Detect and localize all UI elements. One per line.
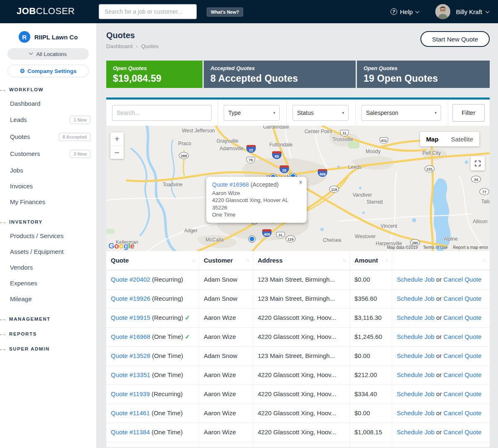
actions-cell: Schedule Job or Cancel Quote <box>392 270 490 289</box>
quote-link[interactable]: Quote #19915 <box>111 314 150 321</box>
cancel-quote-link[interactable]: Cancel Quote <box>444 314 482 321</box>
actions-cell: Schedule Job or Cancel Quote <box>392 385 490 404</box>
zoom-in-button[interactable]: + <box>110 132 124 146</box>
breadcrumb-dashboard[interactable]: Dashboard <box>106 43 133 49</box>
actions-conjunction: or <box>435 409 444 416</box>
schedule-job-link[interactable]: Schedule Job <box>397 352 435 359</box>
sort-icon[interactable]: ↑↓ <box>192 258 195 263</box>
cancel-quote-link[interactable]: Cancel Quote <box>444 352 482 359</box>
google-logo-letter: g <box>124 241 128 250</box>
whats-new-button[interactable]: What's New? <box>207 7 243 17</box>
filter-status-cell: Status ▾ <box>287 100 356 126</box>
sidebar-item-expenses[interactable]: Expenses <box>0 275 96 291</box>
cancel-quote-link[interactable]: Cancel Quote <box>444 409 482 416</box>
zoom-out-button[interactable]: − <box>110 146 124 159</box>
quote-type: (One Time) <box>152 352 183 359</box>
schedule-job-link[interactable]: Schedule Job <box>397 429 435 436</box>
global-search-input[interactable] <box>99 4 197 19</box>
sidebar-item-vendors[interactable]: Vendors <box>0 259 96 275</box>
map-label-toadvine: Toadvine <box>163 182 183 187</box>
terms-of-use-link[interactable]: Terms of Use <box>423 245 448 250</box>
fullscreen-button[interactable] <box>471 156 485 170</box>
sidebar-item-label: Quotes <box>10 133 30 140</box>
actions-conjunction: or <box>435 295 444 302</box>
sidebar-item-assets-equipment[interactable]: Assets / Equipment <box>0 243 96 259</box>
chevron-down-icon <box>486 9 490 13</box>
map-type-satellite-button[interactable]: Satellite <box>445 132 479 146</box>
user-menu[interactable]: Billy Kraft <box>456 8 489 15</box>
cancel-quote-link[interactable]: Cancel Quote <box>444 276 482 283</box>
schedule-job-link[interactable]: Schedule Job <box>397 390 435 397</box>
close-icon[interactable]: × <box>299 179 303 186</box>
quote-link[interactable]: Quote #11461 <box>111 409 150 416</box>
sidebar-item-quotes[interactable]: Quotes8 Accepted <box>0 128 96 145</box>
sidebar-item-products-services[interactable]: Products / Services <box>0 228 96 243</box>
map-type-map-button[interactable]: Map <box>420 132 445 146</box>
map[interactable]: West JeffersonGardendaleCenter PointTrus… <box>106 126 490 251</box>
schedule-job-link[interactable]: Schedule Job <box>397 409 435 416</box>
sidebar-item-customers[interactable]: Customers3 New <box>0 145 96 162</box>
map-label-west-jefferson: West Jefferson <box>182 128 215 134</box>
map-zoom-control: + − <box>110 132 124 159</box>
stat-card-1[interactable]: Open Quotes$19,084.59 <box>106 61 203 88</box>
sort-icon[interactable]: ↑↓ <box>385 258 388 263</box>
app-logo-bold: JOB <box>17 6 36 16</box>
stat-card-3[interactable]: Open Quotes19 Open Quotes <box>357 61 490 88</box>
map-marker-5[interactable] <box>249 236 255 242</box>
schedule-job-link[interactable]: Schedule Job <box>397 295 435 302</box>
filter-search-input[interactable] <box>112 105 212 121</box>
company-settings-button[interactable]: ⚙ Company Settings <box>7 65 89 77</box>
sidebar-item-mileage[interactable]: Mileage <box>0 291 96 307</box>
info-window-title-row: Quote #16968 (Accepted) <box>212 181 301 189</box>
schedule-job-link[interactable]: Schedule Job <box>397 314 435 321</box>
schedule-job-link[interactable]: Schedule Job <box>397 371 435 378</box>
help-menu[interactable]: ? Help <box>391 8 419 15</box>
stat-card-2[interactable]: Accepted Quotes8 Accepted Quotes <box>204 61 356 88</box>
quote-link[interactable]: Quote #20402 <box>111 276 150 283</box>
amount-cell: $0.00 <box>350 270 392 289</box>
cancel-quote-link[interactable]: Cancel Quote <box>444 429 482 436</box>
google-logo[interactable]: Google <box>108 241 134 251</box>
location-selector[interactable]: All Locations <box>7 48 89 60</box>
status-select[interactable]: Status ▾ <box>293 105 349 121</box>
sidebar-section-management[interactable]: MANAGEMENT <box>0 317 96 321</box>
sidebar-item-jobs[interactable]: Jobs <box>0 162 96 178</box>
company-header[interactable]: R RIIPL Lawn Co <box>0 23 96 48</box>
quote-link[interactable]: Quote #16968 <box>111 333 150 340</box>
cancel-quote-link[interactable]: Cancel Quote <box>444 390 482 397</box>
sidebar-section-super-admin[interactable]: SUPER ADMIN <box>0 346 96 351</box>
quote-link[interactable]: Quote #13528 <box>111 352 150 359</box>
schedule-job-link[interactable]: Schedule Job <box>397 276 435 283</box>
info-window-quote-link[interactable]: Quote #16968 <box>212 181 249 188</box>
quote-link[interactable]: Quote #11939 <box>111 390 150 397</box>
salesperson-select[interactable]: Salesperson ▾ <box>361 105 441 121</box>
schedule-job-link[interactable]: Schedule Job <box>397 333 435 340</box>
cancel-quote-link[interactable]: Cancel Quote <box>444 371 482 378</box>
sidebar-section-inventory[interactable]: INVENTORY <box>0 219 96 224</box>
sort-icon[interactable]: ↑↓ <box>483 258 486 263</box>
start-new-quote-button[interactable]: Start New Quote <box>420 31 490 47</box>
quote-link[interactable]: Quote #11384 <box>111 429 150 436</box>
sidebar-section-reports[interactable]: REPORTS <box>0 331 96 336</box>
sidebar-item-leads[interactable]: Leads1 New <box>0 111 96 128</box>
sort-icon[interactable]: ↑↓ <box>342 258 346 263</box>
sidebar-item-dashboard[interactable]: Dashboard <box>0 95 96 111</box>
cancel-quote-link[interactable]: Cancel Quote <box>444 333 482 340</box>
quote-link[interactable]: Quote #19926 <box>111 295 150 302</box>
app-logo[interactable]: JOBCLOSER <box>17 6 75 17</box>
cancel-quote-link[interactable]: Cancel Quote <box>444 295 482 302</box>
empty-cell <box>106 442 199 447</box>
quote-cell: Quote #19915 (Recurring)✓ <box>106 309 199 327</box>
type-select[interactable]: Type ▾ <box>224 105 280 121</box>
quote-cell: Quote #13528 (One Time) <box>106 347 199 365</box>
customer-cell: Aaron Wize <box>199 423 253 442</box>
sidebar-item-invoices[interactable]: Invoices <box>0 178 96 194</box>
sidebar-section-workflow[interactable]: WORKFLOW <box>0 87 96 92</box>
report-map-error-link[interactable]: Report a map error <box>453 245 488 250</box>
column-header-label: Address <box>258 257 283 264</box>
filter-button[interactable]: Filter <box>452 104 485 122</box>
sort-icon[interactable]: ↑↓ <box>246 258 249 263</box>
sidebar-item-my-finances[interactable]: My Finances <box>0 194 96 209</box>
quote-link[interactable]: Quote #13351 <box>111 371 150 378</box>
user-avatar[interactable] <box>435 4 450 19</box>
